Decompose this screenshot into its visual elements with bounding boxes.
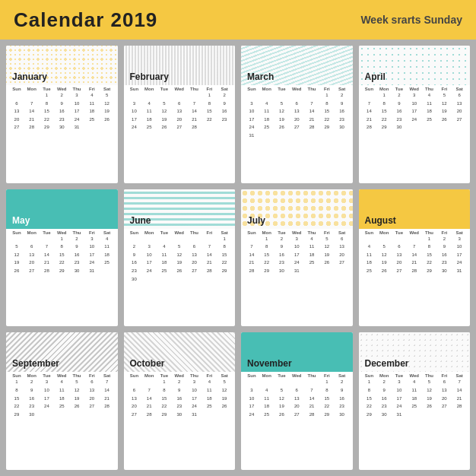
day-cell: 12 <box>319 243 335 251</box>
day-cell <box>84 124 100 132</box>
day-cell <box>217 411 232 419</box>
day-cell: 1 <box>422 236 437 243</box>
month-name: May <box>12 215 30 226</box>
day-cell: 17 <box>69 108 84 116</box>
day-cell: 8 <box>422 243 437 251</box>
day-cell <box>157 236 172 243</box>
day-cell: 14 <box>202 252 217 259</box>
day-cell: 30 <box>54 124 69 132</box>
day-cell: 14 <box>452 387 467 395</box>
day-cell: 31 <box>289 268 304 275</box>
day-header: Fri <box>84 373 100 378</box>
day-cell: 1 <box>319 379 335 386</box>
day-cell: 16 <box>127 259 142 267</box>
day-cell: 6 <box>84 379 100 386</box>
month-name: February <box>130 71 169 82</box>
day-cell: 4 <box>422 92 437 100</box>
day-cell: 23 <box>274 259 290 267</box>
day-cell: 13 <box>335 243 350 251</box>
day-cell <box>127 236 142 243</box>
day-cell: 20 <box>84 395 100 403</box>
month-card-october: OctoberSunMonTueWedThuFriSat123456789101… <box>124 332 236 470</box>
day-cell <box>259 92 274 100</box>
day-cell: 21 <box>452 395 467 403</box>
day-cell: 14 <box>187 108 202 116</box>
day-cell <box>392 236 407 243</box>
day-cell: 18 <box>202 395 217 403</box>
day-cell: 11 <box>407 387 422 395</box>
day-cell: 2 <box>274 236 290 243</box>
day-cell <box>376 236 392 243</box>
day-cell: 19 <box>217 395 232 403</box>
day-cell: 29 <box>259 268 274 275</box>
day-cell <box>40 236 55 243</box>
day-cell: 25 <box>84 116 100 124</box>
month-name: December <box>365 358 409 369</box>
day-header: Sat <box>335 373 350 378</box>
day-header: Sat <box>335 87 350 91</box>
day-cell: 29 <box>54 268 69 275</box>
day-cell: 21 <box>202 259 217 267</box>
day-cell: 11 <box>422 100 437 108</box>
month-card-march: MarchSunMonTueWedThuFriSat12345678910111… <box>241 46 353 183</box>
day-cell: 11 <box>362 252 377 259</box>
day-header: Tue <box>274 87 290 91</box>
month-card-december: DecemberSunMonTueWedThuFriSat12345678910… <box>359 332 471 470</box>
day-cell: 20 <box>172 116 187 124</box>
day-cell: 3 <box>69 92 84 100</box>
day-cell <box>202 124 217 132</box>
day-cell: 2 <box>217 92 232 100</box>
day-cell: 22 <box>319 116 335 124</box>
day-header: Tue <box>392 87 407 91</box>
day-cell: 30 <box>274 268 290 275</box>
day-cell: 23 <box>69 259 84 267</box>
day-header: Fri <box>436 230 452 235</box>
day-cell: 30 <box>436 268 452 275</box>
day-cell: 23 <box>436 259 452 267</box>
day-cell: 1 <box>362 379 377 386</box>
day-cell: 14 <box>40 252 55 259</box>
day-cell: 11 <box>157 252 172 259</box>
day-cell: 20 <box>127 403 142 411</box>
day-cell <box>436 124 452 132</box>
day-cell <box>422 124 437 132</box>
day-cell: 15 <box>40 108 55 116</box>
day-header: Mon <box>376 230 392 235</box>
day-cell: 20 <box>392 259 407 267</box>
day-header: Wed <box>54 373 69 378</box>
day-cell: 10 <box>452 243 467 251</box>
day-cell: 4 <box>100 236 115 243</box>
day-cell: 9 <box>274 243 290 251</box>
day-cell: 21 <box>141 403 157 411</box>
day-cell <box>244 379 259 386</box>
month-body: SunMonTueWedThuFriSat1234567891011121314… <box>359 229 471 327</box>
day-cell: 10 <box>187 387 202 395</box>
month-header: July <box>241 189 353 229</box>
day-cell <box>54 411 69 419</box>
day-cell: 13 <box>127 395 142 403</box>
day-cell: 27 <box>436 403 452 411</box>
day-cell <box>289 92 304 100</box>
month-header: April <box>359 46 471 85</box>
day-cell: 13 <box>187 252 202 259</box>
day-header: Mon <box>259 87 274 91</box>
day-cell: 3 <box>127 100 142 108</box>
day-cell: 7 <box>452 379 467 386</box>
day-cell: 10 <box>141 252 157 259</box>
day-cell: 26 <box>217 403 232 411</box>
day-cell: 27 <box>84 403 100 411</box>
day-cell <box>141 379 157 386</box>
day-cell <box>127 379 142 386</box>
day-cell: 4 <box>304 236 319 243</box>
day-cell: 12 <box>157 108 172 116</box>
day-cell: 29 <box>319 124 335 132</box>
day-cell: 5 <box>319 236 335 243</box>
day-cell: 5 <box>172 243 187 251</box>
day-cell: 16 <box>376 395 392 403</box>
day-cell: 2 <box>54 92 69 100</box>
day-cell: 13 <box>289 395 304 403</box>
day-cell: 10 <box>244 108 259 116</box>
day-cell: 17 <box>452 252 467 259</box>
day-cell: 26 <box>274 124 290 132</box>
day-cell: 6 <box>289 100 304 108</box>
